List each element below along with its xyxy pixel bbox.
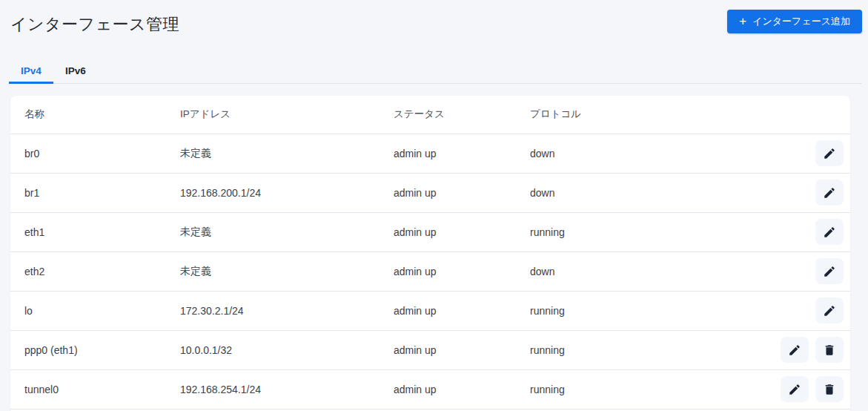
edit-button[interactable] — [781, 337, 809, 363]
cell-name: br1 — [10, 173, 180, 212]
interface-table-body: br0 未定義 admin up down br1 192.168.200.1/… — [10, 134, 850, 409]
cell-protocol: running — [530, 369, 717, 409]
cell-ip: 未定義 — [180, 212, 394, 251]
trash-icon — [823, 343, 836, 357]
edit-pencil-icon — [823, 304, 836, 318]
page-header: インターフェース管理 + インターフェース追加 — [0, 0, 868, 36]
table-row: br1 192.168.200.1/24 admin up down — [10, 173, 850, 212]
cell-name: eth2 — [10, 251, 180, 291]
table-row: eth2 未定義 admin up down — [10, 251, 850, 291]
row-actions — [717, 291, 850, 330]
column-header-actions — [717, 96, 850, 134]
table-row: lo 172.30.2.1/24 admin up running — [10, 291, 850, 330]
cell-protocol: down — [530, 134, 717, 173]
cell-name: eth1 — [10, 212, 180, 251]
cell-status: admin up — [394, 330, 530, 369]
page-title: インターフェース管理 — [10, 10, 179, 36]
table-row: tunnel0 192.168.254.1/24 admin up runnin… — [10, 369, 850, 409]
delete-button[interactable] — [815, 337, 844, 363]
cell-ip: 未定義 — [180, 251, 394, 291]
cell-status: admin up — [394, 251, 530, 291]
cell-ip: 10.0.0.1/32 — [180, 330, 394, 369]
column-header-ip: IPアドレス — [180, 96, 394, 134]
add-interface-button-label: インターフェース追加 — [752, 15, 850, 28]
column-header-name: 名称 — [10, 96, 180, 134]
cell-protocol: running — [530, 330, 717, 369]
cell-ip: 未定義 — [180, 134, 394, 173]
table-row: ppp0 (eth1) 10.0.0.1/32 admin up running — [10, 330, 850, 369]
edit-button[interactable] — [815, 297, 844, 323]
row-actions — [717, 330, 850, 369]
column-header-status: ステータス — [394, 96, 530, 134]
edit-button[interactable] — [815, 140, 844, 166]
plus-icon: + — [739, 15, 746, 27]
edit-pencil-icon — [788, 383, 801, 396]
edit-pencil-icon — [823, 186, 836, 200]
cell-status: admin up — [394, 173, 530, 212]
cell-name: br0 — [10, 134, 180, 173]
interface-table-card: 名称 IPアドレス ステータス プロトコル br0 未定義 admin up d… — [10, 96, 850, 411]
cell-status: admin up — [394, 212, 530, 251]
tab-bar: IPv4 IPv6 — [9, 59, 862, 84]
cell-ip: 192.168.254.1/24 — [180, 369, 394, 409]
tab-ipv4[interactable]: IPv4 — [9, 59, 53, 84]
edit-button[interactable] — [815, 219, 844, 245]
edit-pencil-icon — [788, 343, 801, 357]
cell-status: admin up — [394, 134, 530, 173]
interface-table: 名称 IPアドレス ステータス プロトコル br0 未定義 admin up d… — [10, 96, 850, 410]
cell-status: admin up — [394, 369, 530, 409]
row-actions — [717, 173, 850, 212]
table-header-row: 名称 IPアドレス ステータス プロトコル — [10, 96, 850, 134]
tab-ipv6[interactable]: IPv6 — [53, 59, 98, 84]
row-actions — [717, 251, 850, 291]
edit-button[interactable] — [815, 258, 844, 284]
cell-name: ppp0 (eth1) — [10, 330, 180, 369]
cell-protocol: running — [530, 212, 717, 251]
column-header-protocol: プロトコル — [530, 96, 717, 134]
row-actions — [717, 134, 850, 173]
edit-button[interactable] — [815, 180, 844, 206]
cell-protocol: down — [530, 173, 717, 212]
cell-name: lo — [10, 291, 180, 330]
trash-icon — [823, 383, 836, 396]
edit-pencil-icon — [823, 226, 836, 239]
cell-ip: 172.30.2.1/24 — [180, 291, 394, 330]
table-row: br0 未定義 admin up down — [10, 134, 850, 173]
edit-pencil-icon — [823, 147, 836, 160]
edit-pencil-icon — [823, 265, 836, 278]
delete-button[interactable] — [815, 376, 844, 402]
cell-protocol: down — [530, 251, 717, 291]
row-actions — [717, 369, 850, 409]
cell-protocol: running — [530, 291, 717, 330]
add-interface-button[interactable]: + インターフェース追加 — [727, 10, 862, 33]
cell-status: admin up — [394, 291, 530, 330]
row-actions — [717, 212, 850, 251]
cell-ip: 192.168.200.1/24 — [180, 173, 394, 212]
cell-name: tunnel0 — [10, 369, 180, 409]
table-row: eth1 未定義 admin up running — [10, 212, 850, 251]
edit-button[interactable] — [781, 376, 809, 402]
